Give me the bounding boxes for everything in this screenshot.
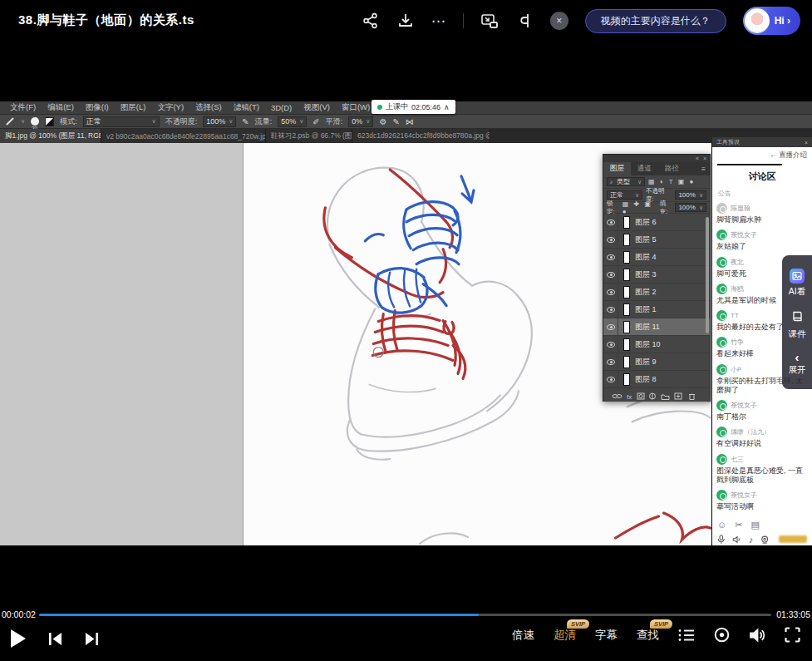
layer-row: 图层 1	[603, 301, 710, 318]
picture-in-picture-icon[interactable]	[480, 12, 499, 30]
layer-thumbnail	[623, 356, 630, 368]
ai-watch-icon	[790, 269, 805, 284]
music-note-icon: ♪	[749, 535, 754, 545]
live-tools-bar: ♪	[712, 534, 812, 545]
visibility-eye-icon	[607, 220, 615, 225]
lock-icons: ▦ ✚ ▣ ●	[623, 200, 657, 215]
svg-text:fx: fx	[627, 393, 632, 401]
screen-record-icon[interactable]	[714, 627, 730, 643]
avatar	[716, 284, 727, 294]
opacity-select: 100%∨	[203, 116, 236, 127]
layer-thumbnail	[623, 321, 630, 333]
layer-row: 图层 3	[603, 266, 710, 284]
active-tab-underline	[717, 164, 782, 165]
play-button[interactable]	[10, 629, 27, 649]
chat-input-toolbar: ☺ ✂ ▤	[712, 516, 812, 534]
close-ask-icon[interactable]: ×	[550, 12, 568, 30]
filter-kind-icons: ▦ ◐ T ▣ ●	[648, 178, 695, 185]
layer-row: 图层 8	[603, 371, 710, 388]
flow-select: 50%∨	[278, 116, 307, 127]
discussion-title: 讨论区	[717, 170, 807, 183]
ai-watch-button[interactable]: AI看	[789, 269, 805, 298]
layer-row: 图层 9	[603, 353, 710, 371]
layer-filter-select: ⌕类型∨	[607, 177, 645, 186]
ps-menu-filter: 滤镜(T)	[228, 102, 265, 113]
layer-thumbnail	[623, 234, 630, 246]
doc-tab-reference: v2 b90c2aa0ac0c68de840fe22895aa1c68_720w…	[101, 129, 266, 143]
doc-tab-image: 623dc1d9262164cbc2f8d9bbe8780a.jpg @ 66.…	[352, 129, 490, 143]
image-icon: ▤	[750, 520, 759, 530]
brush-panel-toggle-icon	[45, 117, 54, 126]
progress-played	[39, 614, 479, 616]
mode-select: 正常∨	[83, 116, 160, 127]
ps-menu-view: 视图(V)	[298, 102, 336, 113]
visibility-eye-icon	[607, 377, 615, 382]
symmetry-icon: ⋈	[406, 117, 414, 126]
class-elapsed-time: 02:05:46	[411, 103, 440, 111]
screenshot-scissors-icon: ✂	[735, 520, 742, 530]
layer-thumbnail	[623, 216, 630, 229]
gold-watermark	[779, 535, 807, 543]
brush-tool-icon	[6, 117, 14, 126]
visibility-eye-icon	[607, 324, 615, 330]
layer-thumbnail	[623, 269, 630, 281]
quality-button[interactable]: 超清SVIP	[554, 628, 576, 643]
tool-presets-strip: 工具预设 ×	[712, 137, 812, 147]
expand-button[interactable]: ‹ 展开	[789, 353, 806, 376]
visibility-eye-icon	[607, 359, 615, 365]
video-title: 38.脚与鞋子（地面）的关系.ts	[18, 12, 194, 28]
live-intro-link: ← 直播介绍	[717, 150, 807, 160]
avatar	[716, 229, 727, 240]
chat-message: 茶悦女子灰姑娘了	[716, 229, 808, 251]
share-icon[interactable]	[362, 12, 380, 30]
class-status-badge[interactable]: 上课中 02:05:46 ∧	[372, 100, 455, 114]
ps-menu-select: 选择(S)	[189, 102, 228, 113]
layer-row: 图层 10	[603, 336, 710, 353]
collapse-icon: «	[696, 155, 699, 161]
seek-bar[interactable]	[39, 614, 771, 616]
visibility-eye-icon	[607, 254, 615, 260]
microphone-icon	[717, 534, 725, 545]
courseware-button[interactable]: 课件	[789, 310, 806, 340]
brush-preview-icon: 30	[31, 117, 39, 126]
blend-mode-select: 正常∨	[607, 190, 642, 200]
previous-episode-button[interactable]	[49, 633, 62, 645]
layers-tab: 图层	[603, 162, 631, 175]
avatar	[716, 427, 727, 437]
volume-icon[interactable]	[749, 628, 765, 643]
ps-menu-type: 文字(Y)	[151, 102, 189, 113]
notice-label: 公告	[718, 189, 807, 198]
assistant-label: Hi ›	[775, 15, 790, 27]
ai-assistant-button[interactable]: Hi ›	[743, 7, 800, 35]
layer-thumbnail	[623, 303, 630, 316]
emoji-icon: ☺	[717, 520, 726, 530]
paths-tab: 路径	[658, 162, 686, 175]
ai-ask-input[interactable]: 视频的主要内容是什么？	[585, 9, 726, 33]
ps-menu-edit: 编辑(E)	[42, 102, 80, 113]
side-overlay-buttons: AI看 课件 ‹ 展开	[782, 255, 812, 389]
tool-presets-label: 工具预设	[716, 138, 740, 146]
playback-speed-button[interactable]: 倍速	[512, 628, 534, 643]
subtitle-button[interactable]: 字幕	[595, 628, 618, 643]
video-letterbox[interactable]	[0, 545, 812, 613]
layer-row: 图层 5	[603, 231, 710, 249]
fullscreen-icon[interactable]	[785, 627, 800, 643]
next-episode-button[interactable]	[85, 633, 98, 645]
more-icon[interactable]: ⋯	[431, 12, 446, 30]
layer-list: 图层 6 图层 5 图层 4 图层 3 图层 2 图层 1 图层 11 图层 1…	[603, 214, 710, 390]
total-time: 01:33:05	[776, 609, 810, 619]
svip-badge: SVIP	[650, 619, 672, 629]
visibility-eye-icon	[607, 289, 615, 295]
avatar	[716, 454, 727, 465]
playlist-icon[interactable]	[678, 629, 695, 642]
smooth-select: 0%∨	[348, 116, 373, 127]
avatar	[716, 364, 727, 375]
chevron-down-icon: ∨	[21, 118, 25, 125]
download-icon[interactable]	[396, 12, 415, 30]
topbar-divider	[463, 13, 464, 28]
find-button[interactable]: 查找SVIP	[637, 628, 659, 643]
layer-row: 图层 4	[603, 249, 710, 266]
mirror-cast-icon[interactable]	[515, 12, 534, 30]
visibility-eye-icon	[607, 307, 615, 313]
visibility-eye-icon	[607, 272, 615, 278]
